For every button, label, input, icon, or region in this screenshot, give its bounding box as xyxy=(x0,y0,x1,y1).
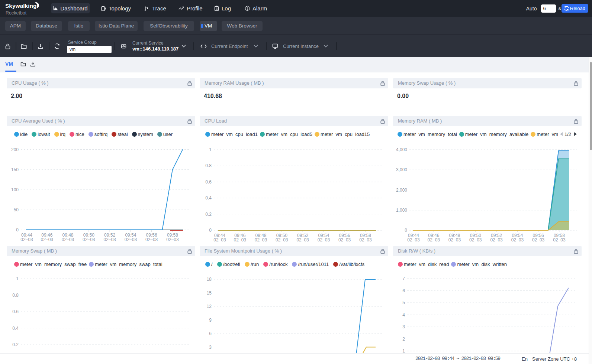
svg-text:0.2: 0.2 xyxy=(205,212,212,217)
svg-text:2,000: 2,000 xyxy=(396,188,407,193)
svg-text:15: 15 xyxy=(207,290,212,296)
svg-text:0.2: 0.2 xyxy=(12,342,19,347)
svg-text:02–03: 02–03 xyxy=(511,237,524,243)
svg-text:02–03: 02–03 xyxy=(469,237,482,243)
svg-text:02–03: 02–03 xyxy=(428,237,440,243)
svg-text:0.4: 0.4 xyxy=(12,326,19,331)
svg-text:18: 18 xyxy=(207,277,212,282)
svg-text:02–03: 02–03 xyxy=(318,237,330,243)
svg-text:02–03: 02–03 xyxy=(407,237,420,243)
svg-text:02–03: 02–03 xyxy=(213,237,226,243)
svg-text:02–03: 02–03 xyxy=(532,237,545,243)
svg-text:0: 0 xyxy=(16,227,19,233)
svg-text:02–03: 02–03 xyxy=(83,237,95,242)
svg-text:150: 150 xyxy=(11,167,19,172)
svg-text:50: 50 xyxy=(14,207,19,212)
svg-text:0.8: 0.8 xyxy=(12,293,19,298)
svg-text:02–03: 02–03 xyxy=(20,237,33,242)
svg-text:0.6: 0.6 xyxy=(12,309,19,314)
svg-text:1: 1 xyxy=(16,276,19,281)
svg-text:6: 6 xyxy=(402,288,405,293)
svg-text:02–03: 02–03 xyxy=(338,237,351,243)
svg-text:3: 3 xyxy=(209,345,212,350)
svg-text:5: 5 xyxy=(402,300,405,305)
svg-text:2: 2 xyxy=(402,337,405,342)
svg-text:6: 6 xyxy=(209,331,212,336)
svg-text:02–03: 02–03 xyxy=(359,237,372,243)
svg-text:02–03: 02–03 xyxy=(448,237,461,243)
svg-text:3: 3 xyxy=(402,324,405,329)
svg-text:02–03: 02–03 xyxy=(41,237,54,242)
svg-text:02–03: 02–03 xyxy=(276,237,288,243)
svg-text:1: 1 xyxy=(402,348,405,354)
svg-text:02–03: 02–03 xyxy=(490,237,503,243)
svg-text:02–03: 02–03 xyxy=(62,237,74,242)
svg-text:12: 12 xyxy=(207,304,212,309)
svg-text:7: 7 xyxy=(402,276,405,281)
svg-text:02–03: 02–03 xyxy=(166,237,179,242)
svg-text:02–03: 02–03 xyxy=(103,237,116,242)
svg-text:02–03: 02–03 xyxy=(255,237,267,243)
svg-text:02–03: 02–03 xyxy=(553,237,566,243)
svg-text:0.4: 0.4 xyxy=(205,195,212,201)
svg-text:100: 100 xyxy=(11,187,19,192)
svg-text:0.8: 0.8 xyxy=(205,163,212,168)
svg-text:02–03: 02–03 xyxy=(145,237,158,242)
svg-text:1,000: 1,000 xyxy=(396,208,407,213)
svg-text:3,000: 3,000 xyxy=(396,167,407,172)
svg-text:0: 0 xyxy=(405,228,407,233)
svg-text:9: 9 xyxy=(209,318,212,323)
svg-text:0.6: 0.6 xyxy=(205,179,212,185)
svg-text:02–03: 02–03 xyxy=(234,237,247,243)
svg-text:0: 0 xyxy=(209,228,212,233)
svg-text:200: 200 xyxy=(11,147,19,152)
svg-text:4,000: 4,000 xyxy=(396,147,407,152)
svg-text:02–03: 02–03 xyxy=(296,237,309,243)
svg-text:1: 1 xyxy=(209,147,212,152)
svg-text:4: 4 xyxy=(402,312,405,318)
svg-text:02–03: 02–03 xyxy=(125,237,137,242)
